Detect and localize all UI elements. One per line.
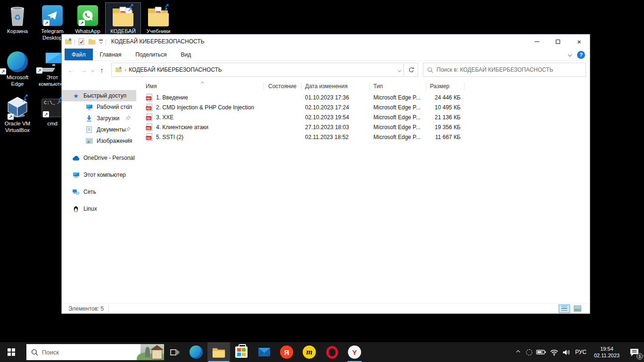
file-name: 3. XXE xyxy=(156,114,173,121)
recycle-bin-icon: ♻ xyxy=(0,4,35,27)
this-pc-icon xyxy=(72,171,80,179)
tab-share[interactable]: Поделиться xyxy=(128,49,173,60)
sort-ascending-icon xyxy=(201,79,204,86)
new-folder-button[interactable] xyxy=(88,38,96,45)
close-button[interactable]: × xyxy=(569,34,590,49)
column-header-size[interactable]: Размер xyxy=(430,83,449,90)
pdf-file-icon: PDF xyxy=(146,104,153,113)
ribbon-tabs: Файл Главная Поделиться Вид ? xyxy=(62,49,590,61)
back-button[interactable]: ← xyxy=(66,66,77,74)
compressed-arrows-icon: ↗↗ xyxy=(22,93,30,103)
status-bar: Элементов: 5 xyxy=(62,303,590,313)
folder-icon xyxy=(212,347,225,358)
search-icon xyxy=(31,349,38,356)
taskbar-store-icon[interactable] xyxy=(230,342,253,362)
column-header-modified[interactable]: Дата изменения xyxy=(305,83,347,90)
wifi-icon[interactable] xyxy=(548,342,560,362)
start-button[interactable] xyxy=(0,342,23,362)
sidebar-item-quick-access[interactable]: ★ Быстрый доступ xyxy=(62,90,136,101)
clock[interactable]: 19:54 02.11.2023 xyxy=(589,342,624,362)
sidebar-item-pictures[interactable]: Изображения xyxy=(62,135,136,147)
shortcut-arrow-icon: ↗ xyxy=(0,68,6,74)
breadcrumb-chevron: › xyxy=(124,66,126,73)
large-icons-view-button[interactable] xyxy=(572,304,583,313)
explorer-search-box[interactable] xyxy=(423,63,586,77)
taskbar-yandex-icon[interactable]: Я xyxy=(275,342,298,362)
column-header-type[interactable]: Тип xyxy=(373,83,383,90)
recent-locations-button[interactable] xyxy=(90,66,95,73)
taskbar-opera-icon[interactable] xyxy=(321,342,343,362)
search-highlight-image xyxy=(140,344,164,360)
telegram-icon: ↗ xyxy=(35,4,70,27)
desktop-icon-label: Oracle VM VirtualBox xyxy=(0,121,35,133)
address-bar[interactable]: › КОДЕБАЙ КИБЕРБЕЗОПАСНОСТЬ xyxy=(111,63,404,77)
maximize-button[interactable] xyxy=(547,34,569,49)
sidebar-item-documents[interactable]: Документы xyxy=(62,124,136,135)
forward-button[interactable]: → xyxy=(78,66,89,74)
explorer-search-input[interactable] xyxy=(437,66,582,73)
column-header-name[interactable]: Имя xyxy=(146,83,157,90)
taskbar-mail-icon[interactable] xyxy=(253,342,275,362)
desktop-icon xyxy=(85,103,93,111)
navigation-pane: ★ Быстрый доступ Рабочий стол Загрузки xyxy=(62,79,136,303)
file-type: Microsoft Edge P... xyxy=(373,104,421,111)
language-indicator[interactable]: РУС xyxy=(572,342,589,362)
file-row[interactable]: PDF 2. CMD Injection & PHP Code Injectio… xyxy=(136,103,590,113)
action-center-button[interactable]: 1 xyxy=(624,342,644,362)
file-row[interactable]: PDF 5. SSTI (2) 02.11.2023 18:52 Microso… xyxy=(136,132,590,142)
file-modified: 27.10.2023 18:03 xyxy=(305,124,349,131)
microsoft-store-icon xyxy=(235,346,248,358)
tab-file[interactable]: Файл xyxy=(65,49,93,60)
sidebar-item-this-pc[interactable]: Этот компьютер xyxy=(62,169,136,181)
pin-icon[interactable] xyxy=(126,138,131,144)
taskbar-m-yellow-app-icon[interactable]: m xyxy=(298,342,321,362)
properties-button[interactable] xyxy=(77,38,85,45)
file-size: 11 667 КБ xyxy=(419,134,461,140)
sidebar-item-network[interactable]: Сеть xyxy=(62,186,136,197)
task-view-button[interactable] xyxy=(164,342,185,362)
taskbar-yandex-browser-icon[interactable]: Y xyxy=(343,342,366,362)
volume-icon[interactable] xyxy=(560,342,572,362)
sidebar-item-desktop[interactable]: Рабочий стол xyxy=(62,101,136,113)
tab-home[interactable]: Главная xyxy=(93,49,129,60)
customize-qat-button[interactable] xyxy=(99,40,103,43)
tray-app-icon[interactable] xyxy=(523,342,535,362)
column-header-state[interactable]: Состояние xyxy=(268,83,297,90)
file-name: 2. CMD Injection & PHP Code Injection xyxy=(156,104,254,111)
desktop-icon-recycle-bin[interactable]: ♻ Корзина xyxy=(0,3,35,36)
tab-view[interactable]: Вид xyxy=(173,49,198,60)
tray-time: 19:54 xyxy=(594,346,619,352)
desktop-icon-label: Microsoft Edge xyxy=(0,74,35,87)
taskbar-file-explorer-icon[interactable] xyxy=(207,342,230,362)
expand-ribbon-button[interactable] xyxy=(568,53,572,57)
desktop-icon-edge[interactable]: ↗ Microsoft Edge xyxy=(0,49,35,88)
pin-icon[interactable] xyxy=(126,126,131,133)
minimize-button[interactable] xyxy=(526,34,547,49)
battery-icon[interactable] xyxy=(535,342,548,362)
taskbar-edge-icon[interactable] xyxy=(185,342,207,362)
up-button[interactable]: ↑ xyxy=(96,66,107,74)
file-row[interactable]: PDF 4. Клиентские атаки 27.10.2023 18:03… xyxy=(136,123,590,132)
desktop-icon-virtualbox[interactable]: ↗↗ ↗ Oracle VM VirtualBox xyxy=(0,95,35,134)
file-row[interactable]: PDF 3. XXE 02.10.2023 19:54 Microsoft Ed… xyxy=(136,113,590,123)
pin-icon[interactable] xyxy=(126,104,131,110)
tray-expand-button[interactable] xyxy=(513,342,523,362)
address-dropdown-button[interactable] xyxy=(398,66,401,73)
sidebar-item-downloads[interactable]: Загрузки xyxy=(62,113,136,124)
taskbar-search-box[interactable] xyxy=(26,344,164,360)
desktop-icon-uchebniki[interactable]: PDF ↗↗ Учебники xyxy=(141,3,176,36)
pin-icon[interactable] xyxy=(126,115,131,122)
desktop-icon-kodebay[interactable]: PDF ↗↗ КОДЕБАЙ xyxy=(106,3,140,36)
address-text: КОДЕБАЙ КИБЕРБЕЗОПАСНОСТЬ xyxy=(129,66,222,73)
file-row[interactable]: PDF 1. Введение 01.10.2023 17:36 Microso… xyxy=(136,93,590,103)
details-view-button[interactable] xyxy=(559,304,570,313)
sidebar-item-linux[interactable]: Linux xyxy=(62,203,136,214)
mail-envelope-icon xyxy=(258,347,271,357)
refresh-button[interactable] xyxy=(405,63,418,77)
pdf-file-icon: PDF xyxy=(146,94,153,103)
column-headers: Имя Состояние Дата изменения Тип Размер xyxy=(136,81,590,93)
desktop-icon-whatsapp[interactable]: ↗ WhatsApp xyxy=(70,3,105,36)
help-button[interactable]: ? xyxy=(577,51,585,59)
m-app-icon: m xyxy=(303,346,316,359)
sidebar-item-onedrive[interactable]: OneDrive - Personal xyxy=(62,152,136,164)
